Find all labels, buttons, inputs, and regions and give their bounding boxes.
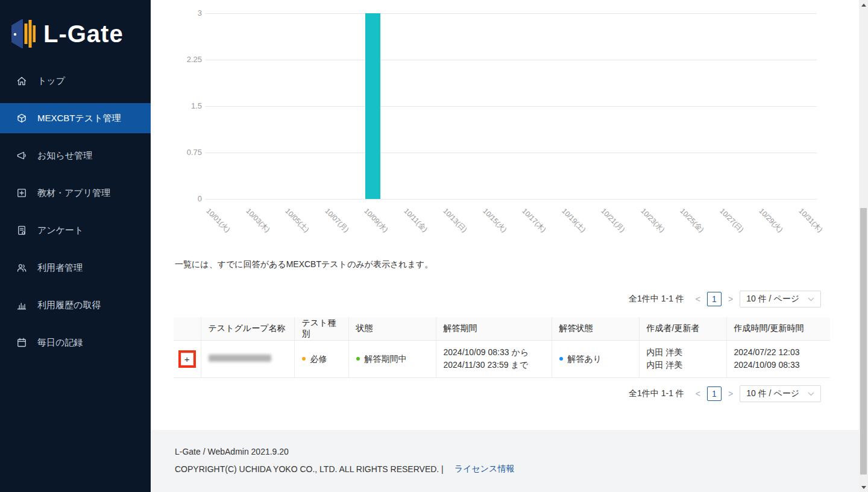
sidebar-item-label: MEXCBTテスト管理 xyxy=(37,113,121,124)
prev-page-button[interactable]: < xyxy=(694,389,702,399)
page-number-button[interactable]: 1 xyxy=(707,386,722,401)
col-answer-period: 解答期間 xyxy=(436,317,552,340)
sidebar-item-label: お知らせ管理 xyxy=(37,150,92,162)
next-page-button[interactable]: > xyxy=(726,294,735,304)
chart-y-tick-label: 1.5 xyxy=(159,101,202,112)
sidebar-item-daily-record[interactable]: 毎日の記録 xyxy=(0,327,151,358)
chart-y-tick-label: 0.75 xyxy=(159,147,202,158)
status-label: 解答期間中 xyxy=(365,354,407,364)
survey-icon xyxy=(16,224,28,236)
chevron-down-icon xyxy=(808,297,814,301)
footer-copyright: COPYRIGHT(C) UCHIDA YOKO CO., LTD. ALL R… xyxy=(175,464,444,474)
chart-x-tick-label: 10/27(日) xyxy=(717,206,746,235)
chart-x-tick-label: 10/17(木) xyxy=(520,206,548,235)
col-status: 状態 xyxy=(348,317,436,340)
app-logo: L-Gate xyxy=(0,0,151,51)
col-test-group-name: テストグループ名称 xyxy=(201,317,294,340)
sidebar-item-label: アンケート xyxy=(37,225,83,236)
page-size-value: 10 件 / ページ xyxy=(746,294,799,304)
table-row: + 必修 解答期間中 2024/10/09 08:33 から 2024/11/3… xyxy=(174,340,830,377)
pagination-bottom: 全1件中 1-1 件 < 1 > 10 件 / ページ xyxy=(629,385,821,402)
page-size-select[interactable]: 10 件 / ページ xyxy=(740,385,821,402)
answers-bar-chart: 00.751.52.25310/01(火)10/03(木)10/05(土)10/… xyxy=(151,0,859,253)
chart-x-tick-label: 10/15(火) xyxy=(480,206,509,235)
users-icon xyxy=(16,262,28,274)
col-expand xyxy=(174,317,201,340)
scroll-down-arrow-icon[interactable] xyxy=(859,482,868,492)
col-created-updated: 作成時間/更新時間 xyxy=(726,317,830,340)
tests-table: テストグループ名称 テスト種別 状態 解答期間 解答状態 作成者/更新者 作成時… xyxy=(174,317,830,378)
chevron-down-icon xyxy=(808,392,814,396)
chart-x-tick-label: 10/23(水) xyxy=(638,206,667,235)
calendar-icon xyxy=(16,336,28,348)
updated-time: 2024/10/09 08:33 xyxy=(734,359,823,371)
chart-x-tick-label: 10/31(木) xyxy=(796,206,825,235)
chart-x-tick-label: 10/25(金) xyxy=(678,206,706,235)
table-header-row: テストグループ名称 テスト種別 状態 解答期間 解答状態 作成者/更新者 作成時… xyxy=(174,317,830,340)
col-test-type: テスト種別 xyxy=(294,317,348,340)
pagination-total: 全1件中 1-1 件 xyxy=(629,294,684,304)
answer-period-start: 2024/10/09 08:33 から xyxy=(444,346,544,359)
chart-grid-line xyxy=(205,106,817,107)
chart-x-tick-label: 10/07(月) xyxy=(322,206,351,235)
pagination-top: 全1件中 1-1 件 < 1 > 10 件 / ページ xyxy=(629,291,821,308)
test-type-dot xyxy=(302,357,306,361)
page-size-value: 10 件 / ページ xyxy=(746,388,799,399)
chart-x-tick-label: 10/05(土) xyxy=(283,206,311,235)
expand-row-button[interactable]: + xyxy=(181,353,193,365)
col-creator-updater: 作成者/更新者 xyxy=(639,317,726,340)
status-dot xyxy=(356,357,360,361)
chart-grid-line xyxy=(205,153,817,153)
col-answer-status: 解答状態 xyxy=(552,317,639,340)
chart-x-tick-label: 10/29(火) xyxy=(756,206,785,235)
answer-status-dot xyxy=(559,357,563,361)
main-content: 00.751.52.25310/01(火)10/03(木)10/05(土)10/… xyxy=(151,0,859,492)
scrollbar-thumb[interactable] xyxy=(860,208,867,475)
bar-chart-icon xyxy=(16,299,28,311)
footer: L-Gate / WebAdmin 2021.9.20 COPYRIGHT(C)… xyxy=(151,430,859,492)
chart-y-tick-label: 3 xyxy=(159,8,202,19)
page-size-select[interactable]: 10 件 / ページ xyxy=(740,291,821,308)
sidebar-item-top[interactable]: トップ xyxy=(0,66,151,96)
chart-y-tick-label: 0 xyxy=(159,194,202,204)
chart-x-tick-label: 10/11(金) xyxy=(401,206,430,235)
sidebar-nav: トップMEXCBTテスト管理お知らせ管理教材・アプリ管理アンケート利用者管理利用… xyxy=(0,66,151,358)
chart-grid-line xyxy=(205,13,817,14)
sidebar-item-label: 毎日の記録 xyxy=(37,337,83,348)
scroll-up-arrow-icon[interactable] xyxy=(859,0,868,10)
sidebar: L-Gate トップMEXCBTテスト管理お知らせ管理教材・アプリ管理アンケート… xyxy=(0,0,151,492)
home-icon xyxy=(16,75,28,87)
creator-name: 内田 洋美 xyxy=(647,346,719,359)
sidebar-item-survey[interactable]: アンケート xyxy=(0,215,151,245)
sidebar-item-label: 利用履歴の取得 xyxy=(37,300,101,311)
app-window: L-Gate トップMEXCBTテスト管理お知らせ管理教材・アプリ管理アンケート… xyxy=(0,0,868,492)
lgate-logo-icon xyxy=(10,19,36,48)
next-page-button[interactable]: > xyxy=(726,389,735,399)
chart-x-tick-label: 10/13(日) xyxy=(441,206,469,235)
sidebar-item-notice[interactable]: お知らせ管理 xyxy=(0,140,151,171)
annotation-highlight-box: + xyxy=(178,350,196,368)
created-time: 2024/07/22 12:03 xyxy=(734,346,823,359)
chart-grid-line xyxy=(205,60,817,60)
test-box-icon xyxy=(16,112,28,124)
megaphone-icon xyxy=(16,150,28,162)
prev-page-button[interactable]: < xyxy=(694,294,702,304)
sidebar-item-materials-apps[interactable]: 教材・アプリ管理 xyxy=(0,178,151,208)
chart-y-tick-label: 2.25 xyxy=(159,54,202,65)
sidebar-item-user-management[interactable]: 利用者管理 xyxy=(0,253,151,283)
answer-period-end: 2024/11/30 23:59 まで xyxy=(444,359,544,371)
pagination-total: 全1件中 1-1 件 xyxy=(629,388,684,399)
sidebar-item-usage-history[interactable]: 利用履歴の取得 xyxy=(0,290,151,320)
page-number-button[interactable]: 1 xyxy=(707,292,722,306)
license-link[interactable]: ライセンス情報 xyxy=(454,464,515,475)
sidebar-item-mexcbt-test[interactable]: MEXCBTテスト管理 xyxy=(0,103,151,133)
test-type-label: 必修 xyxy=(310,354,327,364)
list-note: 一覧には、すでに回答があるMEXCBTテストのみが表示されます。 xyxy=(175,259,433,270)
chart-bar[interactable] xyxy=(365,13,380,199)
chart-x-tick-label: 10/03(木) xyxy=(244,206,272,235)
vertical-scrollbar[interactable] xyxy=(859,0,868,492)
sidebar-item-label: トップ xyxy=(37,75,65,87)
chart-x-tick-label: 10/19(土) xyxy=(559,206,588,235)
chart-x-tick-label: 10/09(水) xyxy=(362,206,390,235)
app-title: L-Gate xyxy=(43,22,124,46)
